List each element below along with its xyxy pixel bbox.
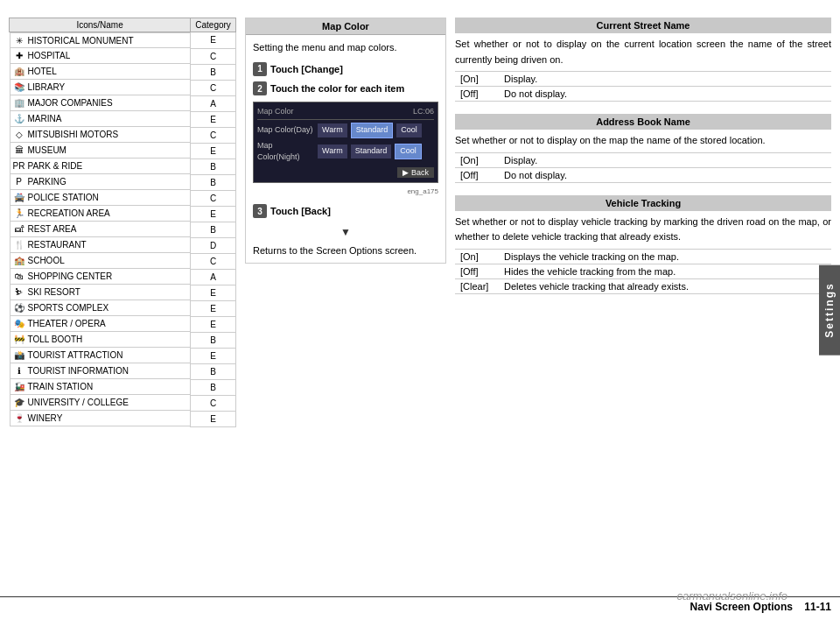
poi-name: TOURIST ATTRACTION [28, 350, 123, 360]
poi-icon: 🛍 [13, 271, 25, 283]
poi-name-cell: 🛋REST AREA [10, 222, 191, 237]
abn-on-value: Display. [499, 152, 831, 167]
csn-off-key: [Off] [455, 87, 499, 102]
poi-name-cell: 🏨HOTEL [10, 64, 191, 80]
table-header-category: Category [191, 18, 236, 32]
poi-name: HOTEL [28, 67, 57, 76]
table-row: ⚽SPORTS COMPLEXE [10, 300, 236, 316]
poi-icon: P [13, 176, 25, 188]
mc-night-warm[interactable]: Warm [318, 144, 347, 159]
poi-icon: ⚽ [13, 302, 25, 314]
poi-name: SPORTS COMPLEX [28, 303, 109, 313]
poi-name: WINERY [28, 413, 63, 423]
poi-category: A [191, 95, 236, 111]
poi-name-cell: 🏢MAJOR COMPANIES [10, 95, 191, 111]
poi-name: RESTAURANT [28, 240, 87, 250]
vt-off-value: Hides the vehicle tracking from the map. [499, 264, 831, 278]
address-book-section: Address Book Name Set whether or not to … [455, 114, 831, 183]
poi-name-cell: 🍷WINERY [10, 411, 191, 426]
poi-name: SCHOOL [28, 256, 65, 265]
poi-name-cell: 🚔POLICE STATION [10, 190, 191, 206]
mc-back-btn[interactable]: ▶ Back [397, 167, 434, 178]
poi-name-cell: 🎓UNIVERSITY / COLLEGE [10, 395, 191, 411]
step-1: 1 Touch [Change] [253, 62, 438, 77]
vt-clear-row: [Clear] Deletes vehicle tracking that al… [455, 278, 831, 293]
mc-night-label: Map Color(Night) [257, 140, 314, 164]
mc-day-cool[interactable]: Cool [396, 123, 422, 137]
map-img-caption: eng_a175 [253, 187, 438, 197]
poi-icon: 🍴 [13, 239, 25, 251]
table-row: PPARKINGB [10, 174, 236, 190]
csn-off-row: [Off] Do not display. [455, 87, 831, 102]
poi-icon: ℹ [13, 365, 25, 377]
poi-name-cell: ℹTOURIST INFORMATION [10, 363, 191, 379]
step-3-number: 3 [253, 204, 267, 218]
current-street-header: Current Street Name [455, 18, 831, 33]
poi-category: D [191, 237, 236, 253]
vt-clear-key: [Clear] [455, 278, 499, 293]
vt-on-value: Displays the vehicle tracking on the map… [499, 249, 831, 264]
table-row: ◇MITSUBISHI MOTORSC [10, 127, 236, 143]
mc-screen-header: Map Color LC:06 [257, 106, 434, 121]
watermark: carmanualsonline.info [677, 589, 788, 602]
poi-name-cell: ◇MITSUBISHI MOTORS [10, 127, 191, 143]
map-color-title: Map Color [246, 18, 445, 35]
vt-off-row: [Off] Hides the vehicle tracking from th… [455, 264, 831, 278]
poi-category: A [191, 269, 236, 285]
table-row: 🛍SHOPPING CENTERA [10, 269, 236, 285]
poi-name-cell: 🚧TOLL BOOTH [10, 332, 191, 348]
step-3: 3 Touch [Back] [253, 204, 438, 219]
poi-category: C [191, 253, 236, 269]
poi-category: E [191, 316, 236, 332]
abn-off-value: Do not display. [499, 167, 831, 182]
poi-icon: 🏢 [13, 97, 25, 109]
poi-icon: ✳ [13, 34, 25, 46]
poi-name-cell: PPARKING [10, 174, 191, 190]
mc-day-standard[interactable]: Standard [351, 123, 394, 138]
poi-category: E [191, 111, 236, 127]
poi-name-cell: ✳HISTORICAL MONUMENT [10, 32, 191, 48]
poi-icon: 📚 [13, 81, 25, 94]
poi-name: MITSUBISHI MOTORS [28, 130, 119, 139]
step-2: 2 Touch the color for each item [253, 81, 438, 96]
poi-category: E [191, 143, 236, 159]
poi-name: PARK & RIDE [28, 161, 83, 171]
poi-icon: PR [13, 160, 25, 173]
vehicle-tracking-text: Set whether or not to display vehicle tr… [455, 215, 831, 245]
mc-screen-title: Map Color [257, 106, 294, 118]
poi-category: B [191, 64, 236, 80]
settings-tab: Settings [819, 264, 840, 355]
step-1-text: Touch [Change] [270, 62, 343, 77]
current-street-text: Set whether or not to display on the cur… [455, 37, 831, 67]
poi-category: E [191, 300, 236, 316]
address-book-header: Address Book Name [455, 114, 831, 130]
poi-name: MUSEUM [28, 145, 66, 155]
table-row: 📚LIBRARYC [10, 80, 236, 95]
poi-name: TOLL BOOTH [28, 335, 83, 344]
poi-name-cell: 🎭THEATER / OPERA [10, 316, 191, 332]
poi-icon: ✚ [13, 50, 25, 62]
mc-night-cool[interactable]: Cool [395, 144, 422, 159]
vehicle-tracking-section: Vehicle Tracking Set whether or not to d… [455, 195, 831, 294]
poi-category: C [191, 48, 236, 64]
table-row: 🍴RESTAURANTD [10, 237, 236, 253]
table-row: 🛋REST AREAB [10, 222, 236, 237]
table-row: 🎓UNIVERSITY / COLLEGEC [10, 395, 236, 411]
poi-name-cell: 📚LIBRARY [10, 80, 191, 95]
poi-icon: 🚧 [13, 334, 25, 346]
return-text: Returns to the Screen Options screen. [253, 243, 438, 258]
poi-icon: 🏫 [13, 255, 25, 267]
poi-category: B [191, 379, 236, 395]
poi-name-cell: ⚽SPORTS COMPLEX [10, 300, 191, 316]
table-row: ℹTOURIST INFORMATIONB [10, 363, 236, 379]
poi-name-cell: 🏛MUSEUM [10, 143, 191, 159]
mc-day-warm[interactable]: Warm [318, 123, 347, 137]
poi-name-cell: ✚HOSPITAL [10, 48, 191, 64]
table-row: 🏨HOTELB [10, 64, 236, 80]
map-color-content: Setting the menu and map colors. 1 Touch… [246, 35, 445, 263]
poi-name: TRAIN STATION [28, 382, 94, 391]
poi-icon: 🍷 [13, 412, 25, 425]
poi-name: MARINA [28, 114, 62, 123]
mc-night-standard[interactable]: Standard [351, 144, 392, 159]
poi-icon: 🚔 [13, 192, 25, 204]
